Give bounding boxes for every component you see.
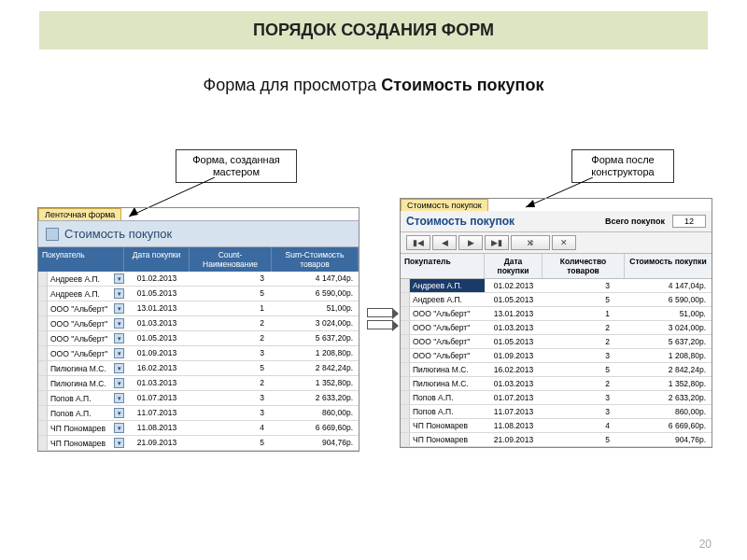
row-selector[interactable]	[401, 279, 410, 292]
dropdown-icon[interactable]: ▾	[114, 438, 124, 448]
form-tab[interactable]: Ленточная форма	[38, 208, 121, 220]
table-row[interactable]: ООО "Альберт"01.09.201331 208,80р.	[401, 349, 712, 363]
table-row[interactable]: Попов А.П.▾01.07.201332 633,20р.	[38, 391, 359, 406]
row-selector[interactable]	[401, 405, 410, 418]
column-headers: Покупатель Дата покупки Count-Наименован…	[38, 247, 359, 272]
table-row[interactable]: Попов А.П.▾11.07.20133860,00р.	[38, 406, 359, 421]
table-row[interactable]: ООО "Альберт"▾01.03.201323 024,00р.	[38, 316, 359, 331]
table-row[interactable]: Пилюгина М.С.01.03.201321 352,80р.	[401, 377, 712, 391]
cell-buyer[interactable]: Андреев А.П.	[410, 293, 485, 306]
nav-filter-button[interactable]: ⤭	[511, 235, 550, 250]
row-selector[interactable]	[38, 391, 48, 405]
row-selector[interactable]	[38, 331, 48, 345]
row-selector[interactable]	[401, 377, 410, 390]
dropdown-icon[interactable]: ▾	[114, 333, 124, 343]
cell-buyer[interactable]: Попов А.П.	[410, 391, 485, 404]
table-row[interactable]: ЧП Пономарев▾21.09.20135904,76р.	[38, 436, 359, 451]
row-selector[interactable]	[401, 433, 410, 446]
row-selector[interactable]	[401, 419, 410, 432]
row-selector[interactable]	[38, 406, 48, 420]
table-row[interactable]: ЧП Пономарев11.08.201346 669,60р.	[401, 419, 712, 433]
row-selector[interactable]	[38, 436, 48, 450]
cell-buyer[interactable]: Андреев А.П.▾	[48, 272, 124, 286]
dropdown-icon[interactable]: ▾	[114, 423, 124, 433]
table-row[interactable]: ЧП Пономарев21.09.20135904,76р.	[401, 433, 712, 447]
cell-buyer[interactable]: Пилюгина М.С.	[410, 377, 485, 390]
cell-buyer[interactable]: Пилюгина М.С.▾	[48, 376, 124, 390]
row-selector[interactable]	[38, 301, 48, 315]
cell-buyer[interactable]: Пилюгина М.С.	[410, 363, 485, 376]
row-selector[interactable]	[38, 316, 48, 330]
cell-buyer[interactable]: ЧП Пономарев	[410, 419, 485, 432]
cell-count: 3	[190, 406, 272, 420]
cell-buyer[interactable]: Андреев А.П.▾	[48, 287, 124, 301]
row-selector[interactable]	[401, 363, 410, 376]
cell-buyer[interactable]: ООО "Альберт"▾	[48, 331, 124, 345]
dropdown-icon[interactable]: ▾	[114, 288, 124, 299]
cell-date: 01.03.2013	[485, 377, 543, 390]
table-row[interactable]: Пилюгина М.С.16.02.201352 842,24р.	[401, 363, 712, 377]
table-row[interactable]: Андреев А.П.01.05.201356 590,00р.	[401, 293, 712, 307]
cell-sum: 51,00р.	[272, 301, 359, 315]
cell-sum: 5 637,20р.	[625, 335, 712, 348]
row-selector[interactable]	[38, 376, 48, 390]
cell-buyer[interactable]: ООО "Альберт"▾	[48, 316, 124, 330]
cell-buyer[interactable]: Попов А.П.	[410, 405, 485, 418]
row-selector[interactable]	[401, 391, 410, 404]
dropdown-icon[interactable]: ▾	[114, 408, 124, 418]
cell-buyer[interactable]: ООО "Альберт"	[410, 335, 485, 348]
cell-buyer[interactable]: ООО "Альберт"	[410, 321, 485, 334]
form-tab[interactable]: Стоимость покупок	[401, 199, 488, 211]
row-selector[interactable]	[38, 361, 48, 375]
dropdown-icon[interactable]: ▾	[114, 348, 124, 358]
dropdown-icon[interactable]: ▾	[114, 393, 124, 403]
cell-buyer[interactable]: ООО "Альберт"	[410, 307, 485, 320]
cell-buyer[interactable]: Попов А.П.▾	[48, 406, 124, 420]
nav-last-button[interactable]: ▶▮	[485, 235, 509, 250]
row-selector[interactable]	[401, 321, 410, 334]
dropdown-icon[interactable]: ▾	[114, 318, 124, 329]
table-row[interactable]: ООО "Альберт"▾13.01.2013151,00р.	[38, 301, 359, 316]
cell-date: 13.01.2013	[124, 301, 190, 315]
table-row[interactable]: ООО "Альберт"▾01.09.201331 208,80р.	[38, 346, 359, 361]
cell-buyer[interactable]: Андреев А.П.	[410, 279, 485, 292]
row-selector[interactable]	[38, 346, 48, 360]
dropdown-icon[interactable]: ▾	[114, 303, 124, 314]
cell-buyer[interactable]: Пилюгина М.С.▾	[48, 361, 124, 375]
table-row[interactable]: Пилюгина М.С.▾01.03.201321 352,80р.	[38, 376, 359, 391]
cell-buyer[interactable]: ЧП Пономарев▾	[48, 436, 124, 450]
row-selector[interactable]	[38, 421, 48, 435]
row-selector[interactable]	[38, 287, 48, 301]
row-selector[interactable]	[401, 293, 410, 306]
dropdown-icon[interactable]: ▾	[114, 273, 124, 284]
row-selector[interactable]	[401, 307, 410, 320]
table-row[interactable]: Андреев А.П.▾01.02.201334 147,04р.	[38, 272, 359, 287]
total-label: Всего покупок	[605, 217, 665, 226]
cell-buyer[interactable]: ООО "Альберт"▾	[48, 346, 124, 360]
cell-buyer[interactable]: ООО "Альберт"▾	[48, 301, 124, 315]
cell-buyer[interactable]: ЧП Пономарев	[410, 433, 485, 446]
cell-buyer[interactable]: ЧП Пономарев▾	[48, 421, 124, 435]
table-row[interactable]: ООО "Альберт"01.03.201323 024,00р.	[401, 321, 712, 335]
table-row[interactable]: ООО "Альберт"▾01.05.201325 637,20р.	[38, 331, 359, 346]
table-row[interactable]: ООО "Альберт"01.05.201325 637,20р.	[401, 335, 712, 349]
table-row[interactable]: Попов А.П.11.07.20133860,00р.	[401, 405, 712, 419]
nav-first-button[interactable]: ▮◀	[406, 235, 430, 250]
table-row[interactable]: Андреев А.П.01.02.201334 147,04р.	[401, 279, 712, 293]
nav-close-button[interactable]: ✕	[552, 235, 576, 250]
nav-next-button[interactable]: ▶	[458, 235, 483, 250]
nav-prev-button[interactable]: ◀	[432, 235, 457, 250]
table-row[interactable]: Андреев А.П.▾01.05.201356 590,00р.	[38, 287, 359, 301]
table-row[interactable]: ЧП Пономарев▾11.08.201346 669,60р.	[38, 421, 359, 436]
cell-buyer[interactable]: ООО "Альберт"	[410, 349, 485, 362]
table-row[interactable]: Пилюгина М.С.▾16.02.201352 842,24р.	[38, 361, 359, 376]
cell-buyer[interactable]: Попов А.П.▾	[48, 391, 124, 405]
table-row[interactable]: ООО "Альберт"13.01.2013151,00р.	[401, 307, 712, 321]
dropdown-icon[interactable]: ▾	[114, 363, 124, 373]
row-selector[interactable]	[38, 272, 48, 286]
row-selector[interactable]	[401, 335, 410, 348]
table-row[interactable]: Попов А.П.01.07.201332 633,20р.	[401, 391, 712, 405]
slide-title: ПОРЯДОК СОЗДАНИЯ ФОРМ	[39, 11, 708, 49]
dropdown-icon[interactable]: ▾	[114, 378, 124, 388]
row-selector[interactable]	[401, 349, 410, 362]
